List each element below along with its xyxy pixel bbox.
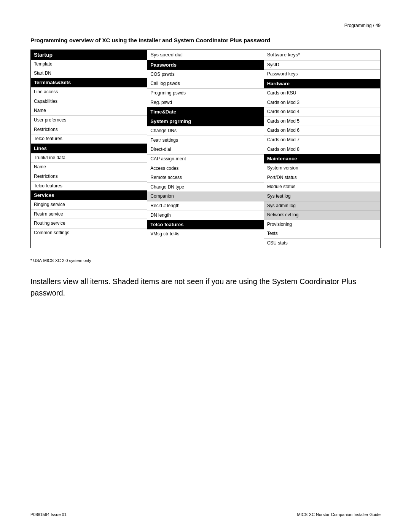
list-item: Access codes [147,164,263,173]
subheader-maintenance: Maintenance [264,154,380,163]
list-item: DN length [147,211,263,220]
col3-header-label: Software keys* [264,50,380,60]
list-item: Change DN type [147,182,263,192]
list-item: Telco features [31,181,147,191]
list-item: Ringing service [31,200,147,209]
list-item: Cards on Mod 4 [264,107,380,117]
list-item: User prefernces [31,115,147,125]
subheader-timedate: Time&Date [147,107,263,117]
list-item: Rec'd # length [147,201,263,211]
list-item: System version [264,163,380,173]
section-title: Programming overview of XC using the Ins… [30,36,381,44]
list-item: Restrictions [31,125,147,134]
list-item: Featr settings [147,136,263,145]
footer: P0881594 Issue 01 MICS-XC Norstar-Compan… [30,509,381,517]
list-item: Trunk/Line data [31,153,147,163]
col1-header: Startup [31,50,147,60]
list-item: Change DNs [147,126,263,136]
list-item: CAP assign-ment [147,154,263,164]
column-startup: Startup Template Start DN Terminals&Sets… [31,50,147,248]
list-item: Reg. pswd [147,98,263,107]
subheader-system-prgrming: System prgrming [147,117,263,126]
col2-header-label: Sys speed dial [147,50,263,60]
subheader-lines: Lines [31,144,147,153]
footer-right: MICS-XC Norstar-Companion Installer Guid… [297,512,381,517]
page: Programming / 49 Programming overview of… [0,0,411,532]
list-item: Telco features [31,134,147,144]
list-item: Routing service [31,219,147,228]
column-sys-speed-dial: Sys speed dial Passwords COS pswds Call … [147,50,264,248]
page-number: Programming / 49 [344,23,381,28]
list-item: Cards on KSU [264,88,380,98]
list-item: COS pswds [147,70,263,79]
list-item: Call log pswds [147,79,263,88]
list-item: Cards on Mod 7 [264,135,380,145]
list-item: Name [31,162,147,172]
list-item: SysID [264,60,380,70]
list-item: VMsg ctr tel#s [147,229,263,239]
list-item: Template [31,60,147,69]
list-item: Restrn service [31,209,147,219]
list-item: Password keys [264,69,380,79]
list-item: Tests [264,229,380,238]
subheader-hardware: Hardware [264,79,380,88]
subheader-passwords: Passwords [147,60,263,70]
list-item: Cards on Mod 8 [264,145,380,154]
diagram-area: Startup Template Start DN Terminals&Sets… [30,50,381,248]
list-item: Capabilities [31,97,147,106]
list-item: Remote access [147,173,263,182]
list-item: Direct-dial [147,145,263,154]
subheader-terminals: Terminals&Sets [31,78,147,87]
list-item-shaded: Companion [147,192,263,201]
list-item: Provisioning [264,220,380,229]
list-item-shaded: Sys admin log [264,201,380,211]
list-item: Module status [264,182,380,192]
page-header: Programming / 49 [30,23,381,30]
list-item: Cards on Mod 5 [264,117,380,126]
list-item: Port/DN status [264,173,380,182]
list-item: Cards on Mod 6 [264,126,380,135]
list-item: Cards on Mod 3 [264,98,380,107]
footnote: * USA-MICS-XC 2.0 system only [30,258,381,263]
list-item-shaded: Sys test log [264,192,380,201]
main-text: Installers view all items. Shaded items … [30,276,381,299]
columns-wrapper: Startup Template Start DN Terminals&Sets… [30,50,381,248]
list-item: CSU stats [264,238,380,248]
list-item: Name [31,106,147,115]
list-item: Line access [31,87,147,97]
footer-left: P0881594 Issue 01 [30,512,67,517]
list-item: Restrictions [31,172,147,181]
list-item-shaded: Network evt log [264,210,380,220]
column-software-keys: Software keys* SysID Password keys Hardw… [264,50,380,248]
list-item: Common settings [31,228,147,238]
subheader-telco-features: Telco features [147,220,263,229]
subheader-services: Services [31,190,147,200]
list-item: Start DN [31,69,147,78]
list-item: Progrming pswds [147,88,263,98]
